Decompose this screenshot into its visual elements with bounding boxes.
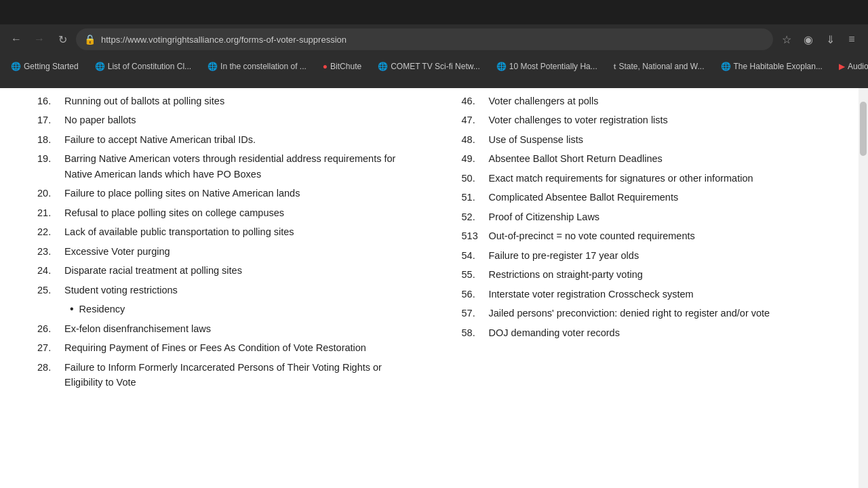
page-content: 16. Running out of ballots at polling si…	[0, 88, 868, 488]
bookmark-constitution[interactable]: 🌐 List of Constitution Cl...	[90, 60, 197, 73]
globe-icon-2: 🌐	[95, 62, 105, 71]
lock-icon: 🔒	[84, 34, 96, 45]
list-item-16: 16. Running out of ballots at polling si…	[37, 94, 408, 108]
list-item-21: 21. Refusal to place polling sites on co…	[37, 205, 408, 220]
list-item-49: 49. Absentee Ballot Short Return Deadlin…	[462, 151, 832, 166]
list-item-24: 24. Disparate racial treatment at pollin…	[37, 263, 408, 278]
wallet-button[interactable]: ◉	[799, 30, 818, 49]
bookmark-habitable[interactable]: 🌐 The Habitable Exoplan...	[715, 60, 828, 73]
t-icon: t	[614, 62, 616, 70]
bookmark-10most[interactable]: 🌐 10 Most Potentially Ha...	[491, 60, 603, 73]
bookmark-audio[interactable]: ▶ Audio Library - YouTube	[833, 60, 868, 73]
list-item-17: 17. No paper ballots	[37, 113, 408, 127]
globe-icon-5: 🌐	[496, 62, 507, 71]
list-item-18: 18. Failure to accept Native American tr…	[37, 132, 408, 147]
refresh-button[interactable]: ↻	[53, 30, 72, 49]
list-item-47: 47. Voter challenges to voter registrati…	[462, 113, 832, 127]
list-item-23: 23. Excessive Voter purging	[37, 244, 408, 259]
bookmark-star-button[interactable]: ☆	[777, 30, 796, 49]
list-item-54: 54. Failure to pre-register 17 year olds	[462, 248, 832, 263]
globe-icon-6: 🌐	[721, 62, 731, 71]
bookmark-getting-started[interactable]: 🌐 Getting Started	[5, 60, 84, 73]
list-item-55: 55. Restrictions on straight-party votin…	[462, 267, 832, 282]
list-item-22: 22. Lack of available public transportat…	[37, 224, 408, 239]
list-item-57: 57. Jailed persons' preconviction: denie…	[462, 306, 832, 321]
list-item-19: 19. Barring Native American voters throu…	[37, 151, 408, 182]
list-item-46: 46. Voter challengers at polls	[462, 94, 832, 108]
menu-button[interactable]: ≡	[842, 30, 861, 49]
bookmark-state[interactable]: t State, National and W...	[608, 60, 710, 73]
content-left: 16. Running out of ballots at polling si…	[0, 88, 435, 488]
bookmark-constellation[interactable]: 🌐 In the constellation of ...	[202, 60, 312, 73]
globe-icon: 🌐	[11, 62, 21, 71]
content-right: 46. Voter challengers at polls 47. Voter…	[435, 88, 859, 488]
bookmark-bitchute[interactable]: ● BitChute	[317, 60, 367, 73]
bookmarks-bar: 🌐 Getting Started 🌐 List of Constitution…	[0, 54, 868, 79]
list-item-56: 56. Interstate voter registration Crossc…	[462, 287, 832, 302]
download-button[interactable]: ⇓	[821, 30, 840, 49]
title-bar	[0, 0, 868, 24]
list-item-50: 50. Exact match requirements for signatu…	[462, 171, 832, 186]
list-item-27: 27. Requiring Payment of Fines or Fees A…	[37, 340, 408, 355]
scrollbar-thumb[interactable]	[860, 102, 867, 156]
list-item-28: 28. Failure to Inform Formerly Incarcera…	[37, 360, 408, 390]
list-item-58: 58. DOJ demanding voter records	[462, 325, 832, 340]
list-item-25: 25. Student voting restrictions	[37, 283, 408, 298]
globe-icon-4: 🌐	[378, 62, 388, 71]
nav-bar: ← → ↻ 🔒 https://www.votingrightsalliance…	[0, 24, 868, 54]
bitchute-icon: ●	[323, 62, 328, 71]
scrollbar-track[interactable]	[859, 88, 868, 488]
list-item-20: 20. Failure to place polling sites on Na…	[37, 186, 408, 201]
list-item-25-sub: Residency	[70, 302, 408, 317]
list-item-513: 513 Out-of-precinct = no vote counted re…	[462, 228, 832, 243]
back-button[interactable]: ←	[7, 30, 26, 49]
list-item-52: 52. Proof of Citizenship Laws	[462, 209, 832, 224]
forward-button[interactable]: →	[30, 30, 49, 49]
address-bar[interactable]: 🔒 https://www.votingrightsalliance.org/f…	[76, 28, 773, 50]
globe-icon-3: 🌐	[208, 62, 218, 71]
browser-chrome: ← → ↻ 🔒 https://www.votingrightsalliance…	[0, 0, 868, 88]
youtube-icon: ▶	[839, 62, 845, 71]
bookmark-comet[interactable]: 🌐 COMET TV Sci-fi Netw...	[372, 60, 486, 73]
list-item-26: 26. Ex-felon disenfranchisement laws	[37, 321, 408, 336]
url-text: https://www.votingrightsalliance.org/for…	[101, 35, 347, 45]
nav-actions: ☆ ◉ ⇓ ≡	[777, 30, 861, 49]
list-item-51: 51. Complicated Absentee Ballot Requirem…	[462, 190, 832, 205]
list-item-48: 48. Use of Suspense lists	[462, 132, 832, 147]
